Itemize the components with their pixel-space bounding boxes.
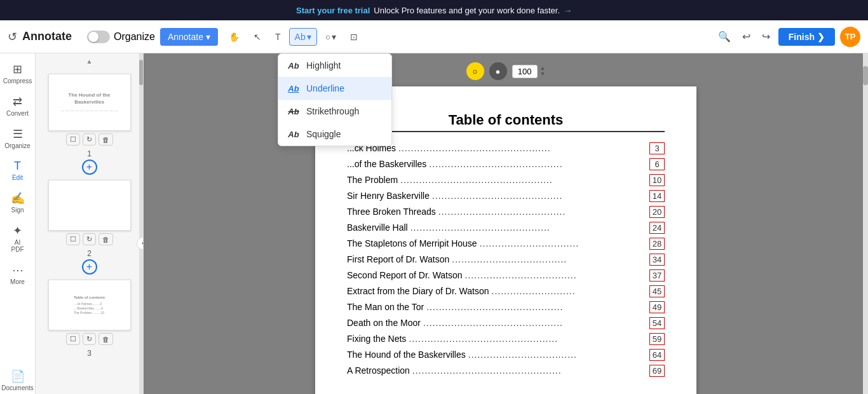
toggle-knob — [88, 32, 98, 42]
banner-start-text: Start your free trial — [296, 6, 370, 15]
compress-icon: ⊞ — [13, 62, 22, 76]
thumbnail-2[interactable] — [48, 180, 131, 231]
strikethrough-icon: Ab — [287, 107, 300, 116]
user-avatar[interactable]: TP — [840, 27, 860, 47]
thumbnail-panel: ▲ The Hound of the Baskervilles — — — — … — [36, 53, 144, 394]
toggle-switch — [87, 31, 110, 43]
left-sidebar: ⊞ Compress ⇄ Convert ☰ Organize T Edit ✍… — [0, 53, 36, 394]
toc-entry-page: 54 — [649, 317, 665, 329]
sidebar-item-documents[interactable]: 📄 Documents — [3, 365, 33, 394]
thumb-2-select-btn[interactable]: ☐ — [66, 233, 80, 245]
toc-entry: First Report of Dr. Watson .............… — [347, 254, 665, 266]
toc-entry-page: 45 — [649, 285, 665, 297]
thumb-1-select-btn[interactable]: ☐ — [66, 133, 80, 146]
thumb-scrollbar-thumb — [139, 60, 143, 85]
toc-entry: Extract from the Diary of Dr. Watson ...… — [347, 285, 665, 297]
finish-label: Finish — [789, 32, 815, 42]
toc-entry-dots: ........................... — [492, 286, 649, 296]
toc-entry-text: Baskerville Hall — [347, 222, 408, 233]
toc-entry-text: Death on the Moor — [347, 318, 421, 328]
thumb-scroll-up[interactable]: ▲ — [36, 53, 143, 67]
thumb-2-number: 2 — [48, 248, 131, 259]
thumb-3-number: 3 — [48, 348, 131, 359]
highlight-option[interactable]: Ab Highlight — [278, 54, 391, 77]
squiggle-option[interactable]: Ab Squiggle — [278, 123, 391, 146]
toc-entry-text: Extract from the Diary of Dr. Watson — [347, 286, 489, 296]
thumb-2-delete-btn[interactable]: 🗑 — [98, 233, 113, 245]
organize-toggle-group: Organize — [87, 31, 155, 43]
zoom-input[interactable] — [512, 65, 538, 78]
zoom-light-button[interactable]: ○ — [466, 62, 484, 80]
sidebar-label-documents: Documents — [1, 384, 34, 391]
banner-body-text: Unlock Pro features and get your work do… — [374, 6, 560, 15]
organize-icon: ☰ — [13, 127, 23, 141]
thumbnail-1[interactable]: The Hound of the Baskervilles — — — — — … — [48, 74, 131, 131]
sidebar-item-edit[interactable]: T Edit — [3, 156, 33, 185]
toc-entry-text: Sir Henry Baskerville — [347, 191, 430, 201]
thumb-3-rotate-btn[interactable]: ↻ — [83, 333, 96, 345]
underline-option[interactable]: Ab Underline — [278, 77, 391, 100]
sidebar-label-organize: Organize — [4, 142, 31, 149]
toc-entry-dots: ................................... — [468, 350, 649, 360]
sidebar-item-more[interactable]: ⋯ More — [3, 259, 33, 289]
annotation-dropdown-menu: Ab Highlight Ab Underline Ab Strikethrou… — [278, 53, 392, 146]
thumb-1-number: 1 — [48, 148, 131, 160]
sidebar-item-sign[interactable]: ✍ Sign — [3, 187, 33, 217]
embed-tool-button[interactable]: ⊡ — [344, 28, 363, 46]
text-tool-group: ✋ ↖ T Ab ▾ ○ ▾ ⊡ — [223, 28, 363, 46]
finish-button[interactable]: Finish ❯ — [778, 28, 835, 46]
thumb-3-delete-btn[interactable]: 🗑 — [98, 333, 113, 345]
pen-icon: Ab — [295, 32, 306, 42]
sidebar-item-ai[interactable]: ✦ AI PDF — [3, 220, 33, 257]
zoom-dark-button[interactable]: ● — [489, 62, 507, 80]
toc-entry-page: 3 — [649, 142, 665, 154]
sidebar-item-organize[interactable]: ☰ Organize — [3, 123, 33, 153]
toc-entry-page: 14 — [649, 190, 665, 202]
thumb-add-after-1-button[interactable]: + — [82, 160, 97, 175]
ai-icon: ✦ — [13, 224, 22, 238]
toc-entry-dots: ........................................… — [423, 318, 649, 328]
toc-entry: Fixing the Nets ........................… — [347, 333, 665, 345]
zoom-controls: ○ ● ▲ ▼ — [466, 62, 546, 80]
sidebar-item-convert[interactable]: ⇄ Convert — [3, 91, 33, 121]
toc-entry-dots: ........................................… — [432, 191, 649, 201]
pen-tool-button[interactable]: Ab ▾ — [289, 28, 317, 46]
toc-entry: The Man on the Tor .....................… — [347, 301, 665, 313]
documents-icon: 📄 — [11, 369, 25, 383]
toc-entry-dots: ........................................… — [400, 175, 649, 185]
thumb-2-add: + — [48, 259, 131, 275]
text-tool-button[interactable]: T — [269, 28, 287, 46]
user-initials: TP — [845, 32, 856, 41]
annotate-button[interactable]: Annotate ▾ — [160, 28, 218, 46]
search-button[interactable]: 🔍 — [715, 27, 734, 46]
main-content: ⊞ Compress ⇄ Convert ☰ Organize T Edit ✍… — [0, 53, 868, 394]
toc-entry: The Stapletons of Merripit House .......… — [347, 238, 665, 250]
toc-entry-dots: ........................................… — [412, 365, 649, 376]
zoom-down-arrow[interactable]: ▼ — [540, 71, 546, 77]
cursor-tool-button[interactable]: ↖ — [248, 28, 267, 46]
annotate-label: Annotate — [168, 32, 203, 42]
thumb-2-content — [85, 200, 95, 210]
organize-toggle[interactable]: Organize — [87, 31, 155, 43]
pdf-viewer: ○ ● ▲ ▼ Table of contents ...ck Holmes .… — [144, 53, 868, 394]
toc-entry: ...ck Holmes ...........................… — [347, 142, 665, 154]
back-button[interactable]: ↺ — [8, 30, 17, 44]
sidebar-label-convert: Convert — [6, 110, 29, 117]
strikethrough-option[interactable]: Ab Strikethrough — [278, 100, 391, 123]
redo-button[interactable]: ↪ — [759, 27, 773, 46]
pen-caret: ▾ — [307, 32, 311, 42]
thumb-2-rotate-btn[interactable]: ↻ — [83, 233, 96, 245]
thumbnail-1-container: The Hound of the Baskervilles — — — — — … — [48, 74, 131, 175]
sidebar-item-compress[interactable]: ⊞ Compress — [3, 58, 33, 88]
toc-entry-dots: ........................................… — [429, 159, 649, 169]
thumbnail-3[interactable]: Table of contents ....ck Holmes.........… — [48, 280, 131, 330]
annotate-dropdown-group: Annotate ▾ — [160, 28, 218, 46]
shape-tool-button[interactable]: ○ ▾ — [320, 28, 342, 46]
toc-entry-text: Fixing the Nets — [347, 334, 406, 344]
undo-button[interactable]: ↩ — [739, 27, 754, 46]
thumb-add-after-2-button[interactable]: + — [82, 259, 97, 275]
thumb-1-delete-btn[interactable]: 🗑 — [98, 133, 113, 146]
hand-tool-button[interactable]: ✋ — [223, 28, 245, 46]
thumb-1-rotate-btn[interactable]: ↻ — [83, 133, 96, 146]
thumb-3-select-btn[interactable]: ☐ — [66, 333, 80, 345]
